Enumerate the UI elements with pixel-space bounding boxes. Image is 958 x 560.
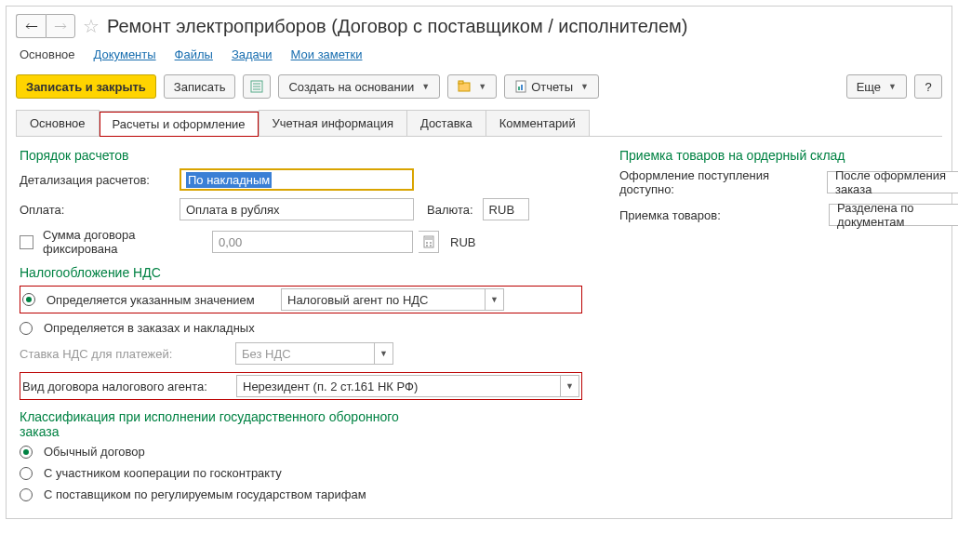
amount-unit: RUB <box>450 235 475 249</box>
favorite-icon[interactable]: ☆ <box>83 15 100 37</box>
forward-button[interactable]: 🡒 <box>46 14 75 38</box>
right-column: Приемка товаров на ордерный склад Оформл… <box>619 148 958 509</box>
more-button[interactable]: Еще ▼ <box>846 74 907 99</box>
svg-point-13 <box>426 245 428 247</box>
vat-radio-docs[interactable] <box>20 322 33 335</box>
create-on-label: Создать на основании <box>288 80 414 94</box>
report-icon <box>514 80 527 93</box>
nav-tasks[interactable]: Задачи <box>232 47 273 61</box>
chevron-down-icon: ▼ <box>560 376 579 396</box>
vat-mode-highlight: Определяется указанным значением Налогов… <box>20 286 582 313</box>
class-radio-normal[interactable] <box>20 446 33 459</box>
more-label: Еще <box>857 80 881 94</box>
vat-rate-select[interactable]: Без НДС ▼ <box>235 342 393 365</box>
vat-radio-docs-label: Определяется в заказах и накладных <box>44 321 255 335</box>
vat-rate-label: Ставка НДС для платежей: <box>20 347 230 361</box>
help-button[interactable]: ? <box>914 74 942 99</box>
back-button[interactable]: 🡐 <box>16 14 46 38</box>
class-radio-coop-label: С участником кооперации по госконтракту <box>44 466 282 480</box>
titlebar: 🡐 🡒 ☆ Ремонт электроприборов (Договор с … <box>16 7 942 40</box>
payment-label: Оплата: <box>20 203 174 217</box>
reports-button[interactable]: Отчеты ▼ <box>504 74 599 99</box>
section-nav: Основное Документы Файлы Задачи Мои заме… <box>16 40 942 74</box>
avail-label: Оформление поступления доступно: <box>619 168 821 196</box>
vat-radio-value[interactable] <box>22 293 35 306</box>
svg-rect-8 <box>521 85 523 90</box>
currency-label: Валюта: <box>427 203 473 217</box>
svg-point-11 <box>426 242 428 244</box>
recv-label: Приемка товаров: <box>619 208 823 222</box>
agent-type-label: Вид договора налогового агента: <box>22 380 231 393</box>
vat-radio-value-label: Определяется указанным значением <box>47 293 275 307</box>
tab-main[interactable]: Основное <box>16 110 100 136</box>
tabs: Основное Расчеты и оформление Учетная ин… <box>16 110 942 137</box>
agent-type-select[interactable]: Нерезидент (п. 2 ст.161 НК РФ) ▼ <box>236 375 579 397</box>
agent-type-value: Нерезидент (п. 2 ст.161 НК РФ) <box>243 380 560 393</box>
tab-accounting[interactable]: Учетная информация <box>259 110 407 136</box>
currency-field[interactable]: RUB <box>483 198 529 220</box>
nav-main[interactable]: Основное <box>20 47 75 61</box>
svg-rect-10 <box>425 237 432 240</box>
detail-field[interactable]: По накладным <box>180 168 414 191</box>
chevron-down-icon: ▼ <box>478 82 486 91</box>
chevron-down-icon: ▼ <box>485 289 503 310</box>
avail-field[interactable]: После оформления заказа <box>827 171 958 193</box>
payment-field[interactable]: Оплата в рублях <box>180 198 414 220</box>
section-class-title: Классификация при исполнении государстве… <box>20 409 410 439</box>
reports-label: Отчеты <box>531 80 573 94</box>
chevron-down-icon: ▼ <box>374 343 393 364</box>
chevron-down-icon: ▼ <box>888 82 897 91</box>
class-radio-normal-label: Обычный договор <box>44 445 145 459</box>
chevron-down-icon: ▼ <box>580 82 589 91</box>
calculator-icon[interactable] <box>419 231 439 253</box>
fixed-sum-checkbox[interactable] <box>20 235 33 249</box>
page-title: Ремонт электроприборов (Договор с постав… <box>107 16 688 37</box>
save-button[interactable]: Записать <box>164 74 236 99</box>
section-order-title: Порядок расчетов <box>20 148 582 163</box>
nav-documents[interactable]: Документы <box>94 47 156 61</box>
tab-calc[interactable]: Расчеты и оформление <box>99 111 259 137</box>
svg-rect-7 <box>518 87 520 90</box>
recv-field[interactable]: Разделена по документам <box>829 204 958 226</box>
nav-files[interactable]: Файлы <box>175 47 213 61</box>
nav-history: 🡐 🡒 <box>16 14 75 38</box>
window: 🡐 🡒 ☆ Ремонт электроприборов (Договор с … <box>6 6 952 519</box>
list-icon <box>250 80 263 93</box>
detail-label: Детализация расчетов: <box>20 173 174 187</box>
vat-agent-select[interactable]: Налоговый агент по НДС ▼ <box>281 288 504 311</box>
svg-rect-5 <box>459 81 463 84</box>
toolbar: Записать и закрыть Записать Создать на о… <box>16 74 942 99</box>
tab-comment[interactable]: Комментарий <box>486 110 590 136</box>
attach-button[interactable]: ▼ <box>447 74 497 99</box>
agent-type-highlight: Вид договора налогового агента: Нерезиде… <box>20 372 582 400</box>
section-vat-title: Налогообложение НДС <box>20 265 582 280</box>
vat-rate-value: Без НДС <box>242 347 374 361</box>
vat-agent-value: Налоговый агент по НДС <box>287 293 485 307</box>
class-radio-tariff-label: С поставщиком по регулируемым государств… <box>44 487 366 501</box>
amount-field[interactable]: 0,00 <box>212 231 413 253</box>
tab-delivery[interactable]: Доставка <box>406 110 486 136</box>
nav-notes[interactable]: Мои заметки <box>291 47 363 61</box>
svg-point-14 <box>430 245 432 247</box>
detail-value: По накладным <box>186 172 272 188</box>
class-radio-coop[interactable] <box>20 467 33 480</box>
list-button[interactable] <box>243 74 271 99</box>
svg-point-12 <box>430 242 432 244</box>
save-close-button[interactable]: Записать и закрыть <box>16 74 156 99</box>
section-receipt-title: Приемка товаров на ордерный склад <box>619 148 958 163</box>
left-column: Порядок расчетов Детализация расчетов: П… <box>20 148 582 509</box>
form-area: Порядок расчетов Детализация расчетов: П… <box>16 137 942 509</box>
chevron-down-icon: ▼ <box>421 82 430 91</box>
fixed-sum-label: Сумма договора фиксирована <box>43 228 206 256</box>
folder-icon <box>458 80 471 93</box>
class-radio-tariff[interactable] <box>20 488 33 501</box>
create-on-button[interactable]: Создать на основании ▼ <box>278 74 440 99</box>
